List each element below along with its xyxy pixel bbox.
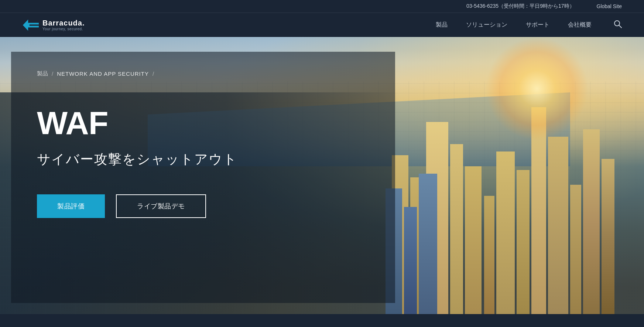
- nav-item-solutions[interactable]: ソリューション: [466, 19, 507, 31]
- building-7: [496, 151, 515, 314]
- sun-glow: [485, 37, 589, 140]
- nav-items: 製品 ソリューション サポート 会社概要: [436, 19, 622, 31]
- site-header: 03-5436-6235（受付時間：平日9時から17時） Global Site…: [0, 0, 644, 37]
- btn-product-trial[interactable]: 製品評価: [37, 194, 105, 218]
- building-1: [602, 159, 614, 314]
- building-left-3: [419, 174, 437, 314]
- breadcrumb-sep-2: /: [153, 71, 154, 77]
- logo-tagline: Your journey, secured.: [42, 27, 85, 31]
- building-9: [465, 166, 482, 314]
- building-3: [570, 185, 581, 314]
- main-nav: Barracuda. Your journey, secured. 製品 ソリュ…: [0, 13, 644, 37]
- nav-item-support[interactable]: サポート: [526, 19, 549, 31]
- search-icon[interactable]: [614, 20, 622, 30]
- breadcrumb-category[interactable]: NETWORK AND APP SECURITY: [57, 71, 149, 77]
- hero-section: 製品 / NETWORK AND APP SECURITY / WAF サイバー…: [0, 37, 644, 314]
- hero-buttons: 製品評価 ライブ製品デモ: [37, 194, 369, 218]
- building-10: [450, 144, 463, 314]
- nav-item-about[interactable]: 会社概要: [568, 19, 592, 31]
- phone-number: 03-5436-6235（受付時間：平日9時から17時）: [466, 3, 575, 10]
- logo-text: Barracuda. Your journey, secured.: [42, 19, 85, 31]
- header-top-bar: 03-5436-6235（受付時間：平日9時から17時） Global Site: [0, 0, 644, 13]
- building-6: [517, 170, 530, 314]
- building-4: [548, 137, 568, 314]
- btn-live-demo[interactable]: ライブ製品デモ: [116, 194, 206, 218]
- building-8: [484, 196, 494, 314]
- logo-name: Barracuda.: [42, 19, 85, 27]
- building-left-2: [404, 207, 417, 314]
- svg-marker-0: [23, 19, 39, 31]
- breadcrumb: 製品 / NETWORK AND APP SECURITY /: [37, 70, 369, 77]
- hero-title: WAF: [37, 107, 369, 139]
- hero-subtitle: サイバー攻撃をシャットアウト: [37, 150, 369, 168]
- logo-icon: [22, 18, 39, 33]
- building-2: [583, 129, 600, 314]
- breadcrumb-sep-1: /: [52, 71, 53, 77]
- breadcrumb-home[interactable]: 製品: [37, 70, 48, 77]
- hero-content-panel: 製品 / NETWORK AND APP SECURITY / WAF サイバー…: [11, 52, 395, 303]
- global-site-link[interactable]: Global Site: [597, 3, 622, 9]
- logo[interactable]: Barracuda. Your journey, secured.: [22, 18, 85, 33]
- svg-line-2: [619, 25, 621, 28]
- nav-item-products[interactable]: 製品: [436, 19, 448, 31]
